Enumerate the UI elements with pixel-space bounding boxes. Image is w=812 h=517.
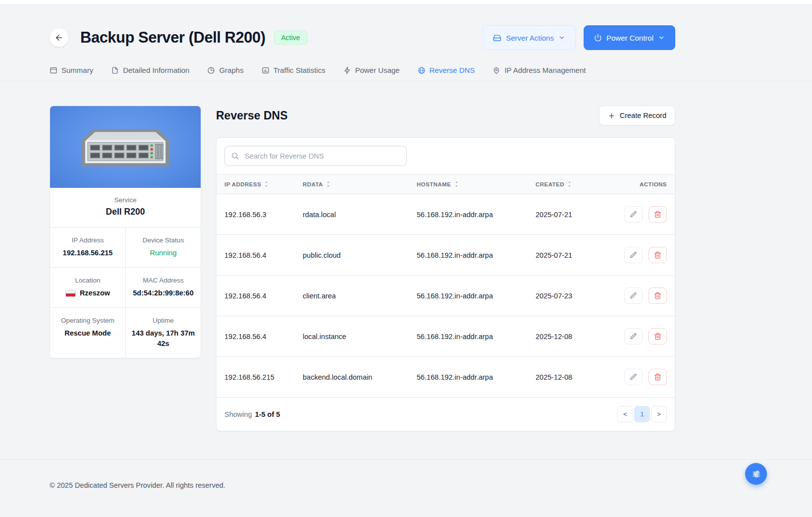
edit-record-button[interactable] — [624, 287, 643, 304]
tab-graphs[interactable]: Graphs — [207, 66, 243, 74]
power-control-label: Power Control — [606, 34, 653, 42]
chevron-down-icon — [658, 34, 665, 41]
trash-icon — [654, 211, 661, 218]
delete-record-button[interactable] — [649, 369, 667, 385]
tab-bar: Summary Detailed Information Graphs Traf… — [0, 66, 812, 81]
operating-system-label: Operating System — [55, 317, 120, 324]
cell-hostname: 56.168.192.in-addr.arpa — [413, 276, 532, 316]
cell-ip: 192.168.56.4 — [217, 276, 299, 316]
tab-label: Power Usage — [355, 66, 400, 74]
edit-record-button[interactable] — [624, 206, 643, 223]
pencil-icon — [630, 373, 637, 381]
pie-chart-icon — [207, 66, 215, 74]
device-status-cell: Device Status Running — [125, 227, 201, 267]
tab-label: Reverse DNS — [430, 66, 475, 74]
header-actions: Server Actions Power Control — [483, 25, 675, 50]
cell-rdata: public.cloud — [299, 235, 413, 276]
tab-traffic-statistics[interactable]: Traffic Statistics — [262, 66, 325, 74]
pagination-prev-button[interactable]: < — [617, 406, 633, 422]
back-button[interactable] — [50, 28, 68, 47]
hard-drive-icon — [493, 34, 501, 42]
power-control-button[interactable]: Power Control — [584, 25, 675, 50]
page: Backup Server (Dell R200) Active Server … — [0, 0, 812, 517]
cell-hostname: 56.168.192.in-addr.arpa — [413, 194, 532, 235]
globe-icon — [418, 66, 426, 74]
server-actions-button[interactable]: Server Actions — [483, 25, 576, 50]
pencil-icon — [630, 251, 637, 259]
column-header-hostname[interactable]: Hostname — [413, 174, 532, 194]
showing-range: 1-5 of 5 — [255, 410, 280, 418]
pagination-page-1[interactable]: 1 — [634, 406, 650, 422]
section-title: Reverse DNS — [216, 109, 287, 122]
uptime-value: 143 days, 17h 37m 42s — [131, 328, 196, 349]
cell-rdata: backend.local.domain — [299, 357, 413, 398]
chevron-down-icon — [558, 34, 565, 41]
server-info-card: Service Dell R200 IP Address 192.168.56.… — [50, 106, 201, 358]
tab-ip-address-management[interactable]: IP Address Management — [492, 66, 586, 74]
tab-power-usage[interactable]: Power Usage — [343, 66, 400, 74]
operating-system-cell: Operating System Rescue Mode — [50, 307, 125, 358]
service-label: Service — [56, 196, 195, 204]
power-icon — [594, 34, 602, 42]
location-label: Location — [55, 277, 120, 284]
mac-address-label: MAC Address — [131, 277, 196, 284]
service-name: Dell R200 — [56, 207, 195, 217]
edit-record-button[interactable] — [624, 369, 643, 385]
cell-hostname: 56.168.192.in-addr.arpa — [413, 316, 532, 357]
mac-address-value: 5d:54:2b:99:8e:60 — [131, 288, 196, 298]
server-actions-label: Server Actions — [506, 34, 554, 42]
trash-icon — [654, 333, 661, 340]
document-icon — [111, 66, 119, 74]
cell-rdata: rdata.local — [299, 194, 413, 235]
cell-ip: 192.168.56.4 — [217, 235, 299, 276]
cell-created: 2025-07-21 — [532, 194, 618, 235]
cell-created: 2025-12-08 — [532, 316, 618, 357]
tab-label: Graphs — [219, 66, 243, 74]
tab-label: Summary — [61, 66, 93, 74]
delete-record-button[interactable] — [649, 328, 667, 345]
arrow-left-icon — [54, 33, 63, 42]
delete-record-button[interactable] — [649, 247, 667, 263]
device-status-label: Device Status — [131, 236, 196, 244]
plus-icon — [608, 112, 615, 119]
sort-icon[interactable] — [454, 181, 459, 187]
page-title: Backup Server (Dell R200) — [80, 29, 265, 47]
cell-hostname: 56.168.192.in-addr.arpa — [413, 357, 532, 398]
status-badge: Active — [274, 31, 307, 45]
copyright-text: © 2025 Dedicated Servers Provider. All r… — [50, 481, 675, 489]
edit-record-button[interactable] — [624, 247, 643, 263]
top-bar — [0, 0, 812, 4]
pencil-icon — [630, 333, 637, 340]
delete-record-button[interactable] — [649, 206, 667, 223]
trash-icon — [654, 373, 661, 381]
column-header-ip-address[interactable]: IP Address — [217, 174, 299, 194]
column-header-rdata[interactable]: RDATA — [299, 174, 413, 194]
column-header-created[interactable]: Created — [532, 174, 618, 194]
search-box — [224, 146, 407, 166]
create-record-button[interactable]: Create Record — [599, 106, 675, 125]
bar-chart-icon — [262, 66, 270, 74]
tab-detailed-information[interactable]: Detailed Information — [111, 66, 189, 74]
table-footer: Showing1-5 of 5 < 1 > — [217, 398, 675, 431]
server-illustration — [50, 106, 201, 188]
column-header-actions: Actions — [618, 174, 675, 194]
pagination-next-button[interactable]: > — [651, 406, 667, 422]
tab-reverse-dns[interactable]: Reverse DNS — [418, 66, 475, 74]
sort-icon[interactable] — [567, 181, 572, 187]
cell-ip: 192.168.56.4 — [217, 316, 299, 357]
table-row: 192.168.56.3 rdata.local 56.168.192.in-a… — [217, 194, 675, 235]
tab-summary[interactable]: Summary — [50, 66, 93, 74]
sort-icon[interactable] — [264, 181, 269, 187]
summary-icon — [50, 66, 57, 74]
sort-icon[interactable] — [325, 181, 331, 187]
search-input[interactable] — [224, 146, 407, 166]
settings-fab-button[interactable] — [745, 463, 767, 485]
site-footer: © 2025 Dedicated Servers Provider. All r… — [0, 459, 812, 517]
location-value: Rzeszow — [80, 288, 110, 298]
delete-record-button[interactable] — [649, 287, 667, 304]
edit-record-button[interactable] — [624, 328, 643, 345]
cell-ip: 192.168.56.3 — [217, 194, 299, 235]
ip-address-label: IP Address — [55, 236, 120, 244]
pencil-icon — [630, 211, 637, 218]
table-row: 192.168.56.4 public.cloud 56.168.192.in-… — [217, 235, 675, 276]
